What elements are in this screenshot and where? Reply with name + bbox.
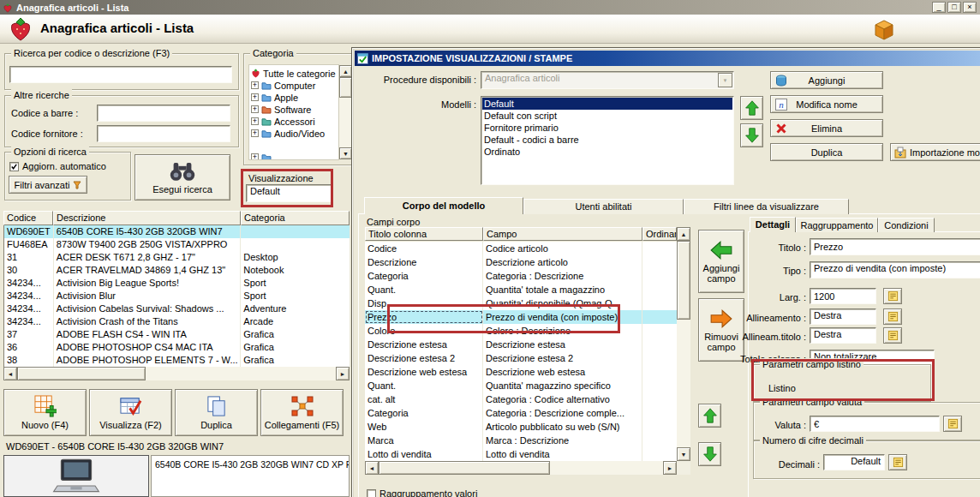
nuovo-button[interactable]: Nuovo (F4) xyxy=(3,389,87,436)
scroll-left-icon[interactable]: ◄ xyxy=(3,367,17,380)
grid-row[interactable]: FU468EA 8730W T9400 2GB 250G VISTA/XPPRO xyxy=(4,238,350,251)
grid-row[interactable]: 34234... Activision Cabelas Survival: Sh… xyxy=(4,302,350,315)
expand-icon[interactable]: + xyxy=(251,105,259,113)
tab-filtri-linee[interactable]: Filtri linee da visualizzare xyxy=(684,199,849,214)
filtri-avanzati-button[interactable]: Filtri avanzati xyxy=(9,176,87,194)
grid-row[interactable]: WD690ET 6540B CORE I5-430 2GB 320GB WIN7 xyxy=(4,225,350,238)
column-header-campo[interactable]: Campo xyxy=(483,227,642,241)
minimize-icon[interactable]: _ xyxy=(932,2,946,13)
decimali-picker-button[interactable] xyxy=(888,454,907,470)
visualizzazione-select[interactable]: Default xyxy=(246,184,332,202)
visualizza-button[interactable]: Visualizza (F2) xyxy=(89,389,172,436)
tipo-field[interactable]: Prezzo di vendita (con imposte) xyxy=(810,261,980,278)
scroll-right-icon[interactable]: ► xyxy=(663,461,677,475)
field-row[interactable]: cat. alt Categoria : Codice alternativo xyxy=(365,392,677,406)
grid-row[interactable]: 30 ACER TRAVELMAD 34869 1,4 GHZ 13" Note… xyxy=(4,264,350,277)
expand-icon[interactable]: + xyxy=(251,81,259,89)
rimuovi-campo-button[interactable]: Rimuovi campo xyxy=(698,298,744,362)
elimina-button[interactable]: Elimina xyxy=(770,119,883,137)
scroll-left-icon[interactable]: ◄ xyxy=(365,461,379,475)
supplier-code-input[interactable] xyxy=(97,125,230,142)
grid-row[interactable]: 31 ACER DESK T671 2,8 GHZ - 17" Desktop xyxy=(4,251,350,264)
grid-row[interactable]: 34234... Activision Crash of the Titans … xyxy=(4,315,350,328)
importazione-button[interactable]: Importazione mo xyxy=(890,143,980,161)
maximize-icon[interactable]: □ xyxy=(947,2,961,13)
field-row[interactable]: Disp. Quantita' disponibile (Qmag-Q... xyxy=(365,296,677,310)
field-row[interactable]: Descrizione estesa 2 Descrizione estesa … xyxy=(365,351,677,365)
model-move-down-button[interactable] xyxy=(740,123,763,147)
field-row[interactable]: Lotto di vendita Lotto di vendita xyxy=(365,447,677,461)
larghezza-picker-button[interactable] xyxy=(883,288,902,304)
column-header-ordinamento[interactable]: Ordiname... xyxy=(642,227,677,241)
tab-dettagli[interactable]: Dettagli xyxy=(750,217,796,232)
allineam-titolo-picker-button[interactable] xyxy=(883,327,902,344)
field-row-selected-prezzo[interactable]: Prezzo Prezzo di vendita (con imposte) xyxy=(365,310,677,324)
barcode-input[interactable] xyxy=(97,105,230,122)
field-row[interactable]: Descrizione Descrizione articolo xyxy=(365,255,677,269)
tree-item-apple[interactable]: + Apple xyxy=(251,92,298,103)
grid-row[interactable]: 36 ADOBE PHOTOSHOP CS4 MAC ITA Grafica xyxy=(4,341,350,354)
expand-icon[interactable]: + xyxy=(251,153,259,160)
tab-condizioni[interactable]: Condizioni xyxy=(878,218,935,232)
close-icon[interactable]: × xyxy=(963,2,977,13)
scroll-down-icon[interactable]: ▼ xyxy=(677,447,690,461)
field-row[interactable]: Web Articolo pubblicato su web (S/N) xyxy=(365,420,677,434)
column-header-codice[interactable]: Codice xyxy=(3,211,53,225)
expand-icon[interactable]: + xyxy=(251,93,259,101)
collegamenti-button[interactable]: Collegamenti (F5) xyxy=(260,389,344,436)
list-item-default[interactable]: Default xyxy=(482,98,732,110)
column-header-titolo-colonna[interactable]: Titolo colonna xyxy=(365,227,483,241)
scroll-right-icon[interactable]: ► xyxy=(336,367,350,380)
field-row[interactable]: Descrizione web estesa Descrizione web e… xyxy=(365,365,677,379)
tab-corpo-del-modello[interactable]: Corpo del modello xyxy=(364,197,523,214)
scroll-up-icon[interactable]: ▲ xyxy=(339,65,352,77)
tree-item-audio-video[interactable]: + Audio/Video xyxy=(251,128,325,139)
allineamento-field[interactable]: Destra xyxy=(810,308,876,325)
scroll-down-icon[interactable]: ▼ xyxy=(339,147,352,159)
field-row[interactable]: Categoria Categoria : Descrizione xyxy=(365,269,677,283)
titolo-field[interactable] xyxy=(810,238,980,255)
field-row[interactable]: Marca Marca : Descrizione xyxy=(365,434,677,447)
modifica-nome-button[interactable]: n Modifica nome xyxy=(770,95,883,113)
grid-row[interactable]: 34234... Activision Big League Sports! S… xyxy=(4,277,350,290)
allineamento-picker-button[interactable] xyxy=(883,308,902,325)
list-item[interactable]: Default con script xyxy=(482,110,732,122)
scroll-thumb[interactable] xyxy=(17,367,146,380)
procedure-select[interactable]: Anagrafica articoli ▼ xyxy=(481,71,734,89)
grid-row[interactable]: 38 ADOBE PHOTOSHOP ELEMENTS 7 - W... Gra… xyxy=(4,354,350,367)
larghezza-field[interactable] xyxy=(810,288,876,304)
grid-row[interactable]: 34234... Activision Blur Sport xyxy=(4,290,350,302)
tab-utenti-abilitati[interactable]: Utenti abilitati xyxy=(523,199,684,214)
list-item[interactable]: Ordinato xyxy=(482,146,732,158)
field-row[interactable]: Quant. Quantita' totale a magazzino xyxy=(365,283,677,296)
aggiungi-button[interactable]: Aggiungi xyxy=(770,71,883,89)
tree-item-accessori[interactable]: + Accessori xyxy=(251,116,315,127)
column-header-descrizione[interactable]: Descrizione xyxy=(53,211,241,225)
search-input[interactable] xyxy=(9,66,232,83)
decimali-field[interactable]: Default xyxy=(823,454,885,470)
field-row[interactable]: Codice Codice articolo xyxy=(365,242,677,255)
field-row[interactable]: Categoria Categoria : Descrizione comple… xyxy=(365,406,677,420)
tab-raggruppamento[interactable]: Raggruppamento xyxy=(796,218,878,232)
raggruppamento-valori-checkbox[interactable]: Raggruppamento valori xyxy=(367,488,477,497)
list-item[interactable]: Default - codici a barre xyxy=(482,134,732,146)
expand-icon[interactable]: + xyxy=(251,129,259,137)
field-row[interactable]: Descrizione estesa Descrizione estesa xyxy=(365,338,677,351)
duplica-button[interactable]: Duplica xyxy=(175,389,258,436)
field-row[interactable]: Colore Colore : Descrizione xyxy=(365,324,677,338)
esegui-ricerca-button[interactable]: Esegui ricerca xyxy=(134,154,230,201)
column-header-categoria[interactable]: Categoria xyxy=(241,211,350,225)
list-item[interactable]: Fornitore primario xyxy=(482,122,732,134)
field-move-up-button[interactable] xyxy=(698,404,721,428)
field-move-down-button[interactable] xyxy=(698,442,721,466)
scroll-thumb[interactable] xyxy=(339,77,352,98)
valuta-picker-button[interactable] xyxy=(943,416,962,432)
allineam-titolo-field[interactable]: Destra xyxy=(810,327,876,344)
duplica-modello-button[interactable]: Duplica xyxy=(770,143,883,161)
aggiungi-campo-button[interactable]: Aggiungi campo xyxy=(698,230,744,293)
scroll-thumb[interactable] xyxy=(677,241,690,320)
scroll-thumb[interactable] xyxy=(379,461,550,475)
expand-icon[interactable]: + xyxy=(251,117,259,125)
model-move-up-button[interactable] xyxy=(740,96,763,120)
field-row[interactable]: Quant. Quantita' magazzino specifico xyxy=(365,379,677,392)
